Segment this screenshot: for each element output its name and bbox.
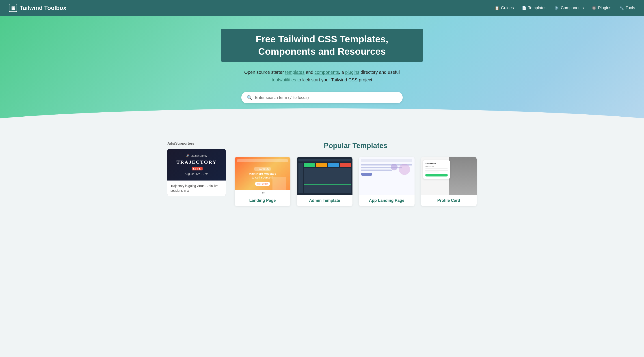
template-card-app-landing-page[interactable]: App Landing Page bbox=[359, 157, 414, 206]
ad-text: Trajectory is going virtual. Join live s… bbox=[168, 181, 226, 196]
thumb-admin-body bbox=[298, 163, 351, 193]
ad-live-badge: LIVE bbox=[192, 167, 202, 170]
thumb-landing-content: → LANDING Main Hero Messageto sell yours… bbox=[249, 167, 276, 186]
components-link[interactable]: components bbox=[314, 70, 339, 75]
search-input[interactable] bbox=[255, 95, 397, 100]
thumb-profile-btn bbox=[425, 174, 448, 176]
thumb-admin-main bbox=[304, 163, 351, 193]
nav-templates[interactable]: 📄Templates bbox=[522, 6, 546, 10]
template-name-app: App Landing Page bbox=[359, 195, 414, 206]
profile-line-1 bbox=[425, 168, 448, 169]
plugins-link[interactable]: plugins bbox=[345, 70, 359, 75]
ad-date: August 26th - 27th bbox=[185, 172, 208, 176]
search-bar: 🔍 bbox=[241, 92, 403, 103]
circle-1 bbox=[391, 164, 398, 170]
nav-links: 📋Guides 📄Templates ⚙️Components 🔘Plugins… bbox=[495, 6, 635, 10]
hero-heading: Free Tailwind CSS Templates, Components … bbox=[221, 29, 423, 62]
thumb-admin-stats bbox=[304, 163, 351, 167]
thumb-profile-photo-bg bbox=[449, 157, 477, 195]
components-icon: ⚙️ bbox=[554, 6, 559, 10]
plugins-icon: 🔘 bbox=[592, 6, 596, 10]
hero-subtitle: Open source starter templates and compon… bbox=[4, 68, 640, 84]
thumb-landing-bg: → LANDING Main Hero Messageto sell yours… bbox=[234, 157, 290, 195]
template-name-profile: Profile Card bbox=[421, 195, 476, 206]
template-card-profile-card[interactable]: Your Name What you do Profile Card bbox=[421, 157, 476, 206]
thumb-landing-label: → LANDING bbox=[254, 167, 271, 171]
circle-2 bbox=[399, 164, 410, 175]
template-thumbnail-profile: Your Name What you do bbox=[421, 157, 476, 195]
templates-link[interactable]: templates bbox=[285, 70, 304, 75]
template-thumbnail-admin bbox=[297, 157, 352, 195]
thumb-landing-headline: Main Hero Messageto sell yourself! bbox=[249, 172, 276, 180]
thumb-app-btn bbox=[361, 173, 372, 176]
thumb-app-circles bbox=[391, 164, 410, 175]
stat-orange bbox=[316, 163, 327, 167]
text-line-3 bbox=[361, 170, 392, 171]
hero-section: Free Tailwind CSS Templates, Components … bbox=[0, 16, 644, 130]
thumb-profile-role: What you do bbox=[425, 166, 448, 167]
chart-line-1 bbox=[304, 188, 351, 188]
thumb-admin-sidebar bbox=[298, 163, 303, 193]
ad-card[interactable]: 🚀 LaunchDarkly TRAJECTORY LIVE August 26… bbox=[168, 149, 226, 196]
thumb-profile-bg: Your Name What you do bbox=[421, 157, 476, 195]
ad-image: 🚀 LaunchDarkly TRAJECTORY LIVE August 26… bbox=[168, 149, 226, 181]
templates-icon: 📄 bbox=[522, 6, 526, 10]
thumb-profile-card: Your Name What you do bbox=[423, 160, 450, 179]
stat-red bbox=[340, 163, 351, 167]
thumb-landing-title-bar: Title bbox=[234, 190, 290, 195]
template-name-admin: Admin Template bbox=[297, 195, 352, 206]
nav-components[interactable]: ⚙️Components bbox=[554, 6, 584, 10]
thumb-landing-btn: Hero Button bbox=[255, 182, 270, 186]
tools-icon: 🔧 bbox=[619, 6, 624, 10]
thumb-app-bg bbox=[359, 157, 414, 195]
template-thumbnail-landing: → LANDING Main Hero Messageto sell yours… bbox=[234, 157, 290, 195]
thumb-app-nav bbox=[361, 159, 412, 162]
tools-link[interactable]: tools/utilities bbox=[272, 77, 296, 82]
thumb-admin-bg bbox=[297, 157, 352, 195]
sidebar-title: Ads/Supporters bbox=[168, 142, 226, 146]
ad-product: TRAJECTORY LIVE bbox=[171, 159, 222, 171]
thumb-admin-header bbox=[298, 159, 351, 161]
guides-icon: 📋 bbox=[495, 6, 499, 10]
template-card-landing-page[interactable]: → LANDING Main Hero Messageto sell yours… bbox=[234, 157, 290, 206]
profile-line-2 bbox=[425, 170, 448, 171]
logo-icon: ▦ bbox=[9, 4, 17, 12]
templates-grid: → LANDING Main Hero Messageto sell yours… bbox=[234, 157, 476, 206]
chart-line-2 bbox=[304, 184, 351, 185]
section-title: Popular Templates bbox=[234, 142, 476, 150]
stat-green bbox=[304, 163, 315, 167]
templates-section: Popular Templates → LANDING Main Hero Me… bbox=[234, 142, 476, 206]
profile-line-3 bbox=[425, 172, 439, 172]
nav-plugins[interactable]: 🔘Plugins bbox=[592, 6, 611, 10]
thumb-landing-nav bbox=[237, 159, 288, 162]
template-card-admin-template[interactable]: Admin Template bbox=[297, 157, 352, 206]
logo-text: Tailwind Toolbox bbox=[20, 5, 66, 12]
thumb-admin-chart bbox=[304, 168, 351, 193]
main-content: Ads/Supporters 🚀 LaunchDarkly TRAJECTORY… bbox=[154, 130, 490, 217]
ad-brand: 🚀 LaunchDarkly bbox=[186, 154, 207, 157]
nav-tools[interactable]: 🔧Tools bbox=[619, 6, 635, 10]
stat-blue bbox=[328, 163, 339, 167]
template-thumbnail-app bbox=[359, 157, 414, 195]
thumb-profile-name: Your Name bbox=[425, 163, 448, 165]
template-name-landing: Landing Page bbox=[234, 195, 290, 206]
logo-link[interactable]: ▦ Tailwind Toolbox bbox=[9, 4, 66, 12]
sidebar: Ads/Supporters 🚀 LaunchDarkly TRAJECTORY… bbox=[168, 142, 226, 206]
navbar: ▦ Tailwind Toolbox 📋Guides 📄Templates ⚙️… bbox=[0, 0, 644, 16]
search-icon: 🔍 bbox=[247, 95, 252, 100]
nav-guides[interactable]: 📋Guides bbox=[495, 6, 514, 10]
